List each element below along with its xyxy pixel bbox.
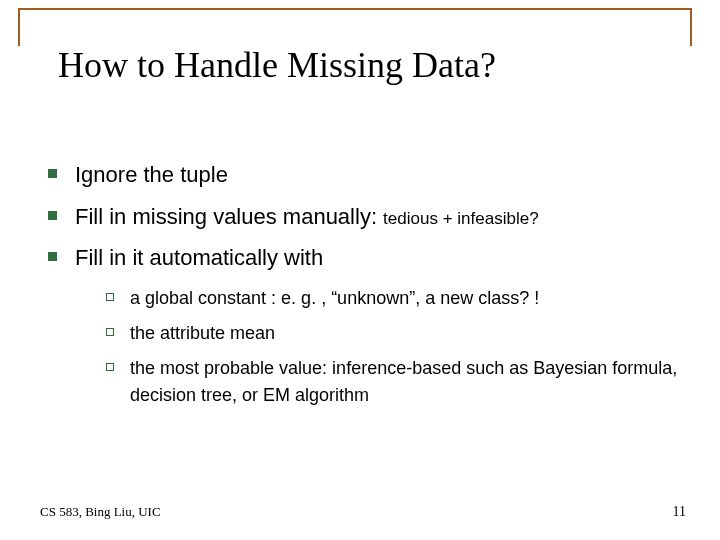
footer-page-number: 11 (673, 504, 686, 520)
sub-list-item-text: the most probable value: inference-based… (130, 355, 678, 409)
list-item-text: Fill in it automatically with (75, 243, 323, 273)
list-item-note: tedious + infeasible? (383, 209, 538, 228)
sub-list-item: the attribute mean (106, 320, 678, 347)
slide-body: Ignore the tuple Fill in missing values … (48, 160, 678, 417)
sub-list: a global constant : e. g. , “unknown”, a… (106, 285, 678, 409)
footer-course-info: CS 583, Bing Liu, UIC (40, 504, 161, 520)
slide-accent-frame (18, 8, 692, 46)
hollow-square-bullet-icon (106, 293, 114, 301)
square-bullet-icon (48, 211, 57, 220)
list-item: Fill in it automatically with (48, 243, 678, 273)
square-bullet-icon (48, 169, 57, 178)
slide-title: How to Handle Missing Data? (58, 44, 496, 86)
list-item-main: Fill in it automatically with (75, 245, 323, 270)
list-item-text: Fill in missing values manually: tedious… (75, 202, 539, 232)
list-item-main: Fill in missing values manually: (75, 204, 383, 229)
list-item-main: Ignore the tuple (75, 162, 228, 187)
sub-list-item: the most probable value: inference-based… (106, 355, 678, 409)
list-item: Ignore the tuple (48, 160, 678, 190)
list-item: Fill in missing values manually: tedious… (48, 202, 678, 232)
sub-list-item-text: a global constant : e. g. , “unknown”, a… (130, 285, 539, 312)
hollow-square-bullet-icon (106, 363, 114, 371)
sub-list-item-text: the attribute mean (130, 320, 275, 347)
square-bullet-icon (48, 252, 57, 261)
hollow-square-bullet-icon (106, 328, 114, 336)
list-item-text: Ignore the tuple (75, 160, 228, 190)
sub-list-item: a global constant : e. g. , “unknown”, a… (106, 285, 678, 312)
